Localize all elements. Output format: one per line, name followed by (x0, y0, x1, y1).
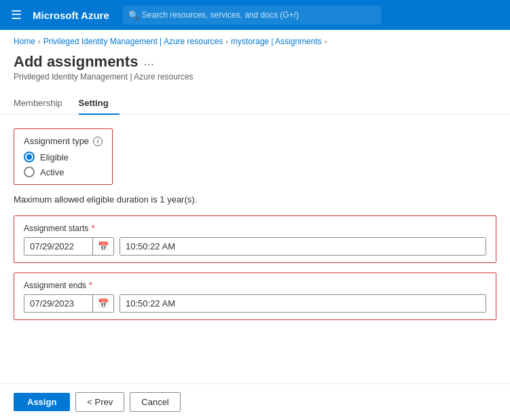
assignment-ends-time-wrapper (120, 294, 486, 313)
assignment-type-label: Assignment type i (24, 136, 103, 146)
assignment-ends-label: Assignment ends * (24, 280, 486, 290)
assignment-starts-calendar-btn[interactable]: 📅 (92, 238, 113, 255)
search-wrapper: 🔍 (123, 5, 381, 24)
breadcrumb-home[interactable]: Home (14, 37, 35, 46)
radio-active[interactable]: Active (24, 167, 103, 177)
main-container: Home › Privileged Identity Management | … (0, 30, 510, 420)
radio-active-circle (24, 167, 35, 177)
assignment-starts-text: Assignment starts (24, 224, 88, 233)
assignment-starts-date-input[interactable] (24, 238, 92, 255)
assignment-starts-required: * (91, 223, 94, 233)
top-nav: ☰ Microsoft Azure 🔍 (0, 0, 510, 30)
assignment-ends-text: Assignment ends (24, 281, 86, 290)
assign-button[interactable]: Assign (14, 393, 70, 411)
assignment-starts-time-input[interactable] (120, 238, 486, 255)
prev-button[interactable]: < Prev (75, 392, 124, 412)
assignment-ends-row: 📅 (24, 294, 486, 313)
assignment-ends-date-wrapper: 📅 (24, 294, 114, 313)
radio-eligible-circle (24, 152, 35, 162)
tabs: Membership Setting (0, 92, 510, 115)
radio-eligible[interactable]: Eligible (24, 152, 103, 162)
assignment-ends-calendar-btn[interactable]: 📅 (92, 295, 113, 312)
brand-name: Microsoft Azure (33, 10, 109, 21)
eligible-duration-info: Maximum allowed eligible duration is 1 y… (14, 194, 496, 205)
assignment-ends-group: Assignment ends * 📅 (14, 273, 496, 320)
breadcrumb: Home › Privileged Identity Management | … (0, 30, 510, 50)
radio-eligible-label: Eligible (40, 152, 69, 162)
radio-active-label: Active (40, 167, 64, 177)
page-title-row: Add assignments ... (14, 53, 496, 71)
assignment-starts-date-wrapper: 📅 (24, 237, 114, 256)
page-title: Add assignments (14, 53, 138, 71)
assignment-ends-time-input[interactable] (120, 295, 486, 312)
footer: Assign < Prev Cancel (0, 383, 510, 420)
breadcrumb-sep-1: › (38, 37, 41, 46)
page-subtitle: Privileged Identity Management | Azure r… (14, 72, 496, 82)
breadcrumb-pim[interactable]: Privileged Identity Management | Azure r… (43, 37, 223, 46)
breadcrumb-sep-2: › (225, 37, 228, 46)
tab-membership[interactable]: Membership (14, 92, 73, 115)
breadcrumb-sep-3: › (325, 37, 327, 46)
search-input[interactable] (123, 5, 381, 24)
assignment-ends-date-input[interactable] (24, 295, 92, 312)
assignment-ends-required: * (89, 280, 92, 290)
assignment-starts-label: Assignment starts * (24, 223, 486, 233)
page-header: Add assignments ... Privileged Identity … (0, 50, 510, 87)
content-area: Assignment type i Eligible Active Maximu… (0, 115, 510, 383)
hamburger-icon[interactable]: ☰ (8, 5, 24, 25)
assignment-type-info-icon[interactable]: i (93, 137, 103, 146)
assignment-type-text: Assignment type (24, 136, 89, 146)
breadcrumb-storage[interactable]: mystorage | Assignments (231, 37, 322, 46)
tab-setting[interactable]: Setting (79, 92, 120, 115)
assignment-starts-row: 📅 (24, 237, 486, 256)
page-options-icon[interactable]: ... (143, 56, 154, 68)
assignment-starts-time-wrapper (120, 237, 486, 256)
assignment-starts-group: Assignment starts * 📅 (14, 215, 496, 263)
cancel-button[interactable]: Cancel (130, 392, 180, 412)
assignment-type-box: Assignment type i Eligible Active (14, 128, 113, 185)
